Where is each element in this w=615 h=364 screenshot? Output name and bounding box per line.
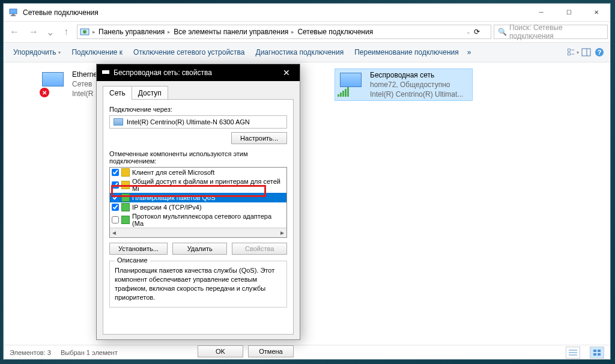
component-item[interactable]: IP версии 4 (TCP/IPv4) bbox=[110, 202, 286, 212]
svg-rect-9 bbox=[582, 49, 590, 56]
tab-network[interactable]: Сеть bbox=[103, 86, 132, 100]
component-label: Клиент для сетей Microsoft bbox=[132, 169, 214, 176]
details-view-button[interactable] bbox=[566, 347, 580, 359]
component-icon bbox=[121, 193, 130, 202]
component-icon bbox=[121, 168, 130, 177]
component-item[interactable]: IP версии 6 (TCP/IPv6) bbox=[110, 237, 286, 238]
wifi-icon bbox=[336, 70, 365, 99]
dialog-close-button[interactable]: ✕ bbox=[278, 65, 295, 80]
breadcrumb-item[interactable]: Все элементы панели управления bbox=[174, 28, 288, 36]
configure-button[interactable]: Настроить... bbox=[231, 132, 287, 144]
breadcrumb-item[interactable]: Панель управления bbox=[98, 28, 165, 36]
components-label: Отмеченные компоненты используются этим … bbox=[109, 150, 287, 165]
rename-button[interactable]: Переименование подключения bbox=[350, 46, 464, 59]
component-item[interactable]: Общий доступ к файлам и принтерам для се… bbox=[110, 177, 286, 193]
description-group: Описание Планировщик пакетов качества сл… bbox=[109, 261, 287, 308]
titlebar: Сетевые подключения ─ ☐ ✕ bbox=[4, 4, 610, 22]
wifi-properties-dialog: Беспроводная сеть: свойства ✕ Сеть Досту… bbox=[96, 64, 300, 340]
connection-ethernet[interactable]: ✕ Etherne Сетев Intel(R bbox=[37, 68, 97, 100]
ok-button[interactable]: OK bbox=[198, 345, 243, 357]
network-connections-window: Сетевые подключения ─ ☐ ✕ ← → ⌄ ↑ ▸ Пане… bbox=[3, 3, 611, 360]
search-input[interactable]: 🔍 Поиск: Сетевые подключения bbox=[494, 25, 608, 39]
item-count: Элементов: 3 bbox=[10, 349, 51, 356]
connections-list: ✕ Etherne Сетев Intel(R Беспроводная сет… bbox=[4, 62, 610, 346]
svg-text:?: ? bbox=[598, 49, 602, 56]
dialog-title: Беспроводная сеть: свойства bbox=[114, 68, 278, 77]
component-checkbox[interactable] bbox=[112, 216, 119, 223]
minimize-button[interactable]: ─ bbox=[527, 4, 555, 22]
properties-button[interactable]: Свойства bbox=[232, 243, 287, 255]
component-checkbox[interactable] bbox=[112, 181, 119, 189]
component-item[interactable]: Клиент для сетей Microsoft bbox=[110, 168, 286, 177]
component-icon bbox=[121, 181, 130, 189]
help-button[interactable]: ? bbox=[593, 46, 605, 58]
component-label: IP версии 4 (TCP/IPv4) bbox=[132, 204, 202, 211]
command-toolbar: Упорядочить ▾ Подключение к Отключение с… bbox=[4, 42, 610, 62]
description-text: Планировщик пакетов качества службы (QoS… bbox=[115, 266, 282, 302]
svg-point-4 bbox=[83, 30, 86, 34]
preview-pane-button[interactable] bbox=[580, 46, 592, 58]
refresh-button[interactable]: ⟳ bbox=[474, 28, 488, 36]
component-checkbox[interactable] bbox=[112, 169, 119, 176]
breadcrumb-dropdown-icon[interactable]: ⌄ bbox=[466, 29, 471, 35]
window-title: Сетевые подключения bbox=[23, 8, 527, 17]
disconnected-badge-icon: ✕ bbox=[40, 88, 49, 97]
component-label: Протокол мультиплексора сетевого адаптер… bbox=[132, 213, 285, 227]
ethernet-icon: ✕ bbox=[38, 70, 67, 99]
component-checkbox[interactable] bbox=[112, 204, 119, 211]
component-item[interactable]: Планировщик пакетов QoS bbox=[110, 193, 286, 202]
svg-rect-20 bbox=[102, 70, 109, 74]
svg-rect-18 bbox=[593, 353, 596, 356]
connection-wifi[interactable]: Беспроводная сеть home72, Общедоступно I… bbox=[335, 68, 473, 101]
forward-button[interactable]: → bbox=[25, 23, 42, 40]
breadcrumb-item[interactable]: Сетевые подключения bbox=[297, 28, 373, 36]
component-icon bbox=[121, 216, 130, 224]
back-button[interactable]: ← bbox=[6, 23, 23, 40]
svg-rect-17 bbox=[598, 350, 601, 352]
breadcrumb[interactable]: ▸ Панель управления ▸ Все элементы панел… bbox=[77, 25, 491, 39]
cancel-button[interactable]: Отмена bbox=[248, 345, 294, 357]
history-dropdown[interactable]: ⌄ bbox=[44, 23, 55, 40]
adapter-icon bbox=[101, 68, 110, 78]
component-item[interactable]: Протокол мультиплексора сетевого адаптер… bbox=[110, 212, 286, 228]
organize-menu[interactable]: Упорядочить ▾ bbox=[8, 46, 65, 59]
view-options-button[interactable]: ▾ bbox=[567, 46, 579, 58]
control-panel-icon bbox=[80, 27, 89, 37]
uninstall-button[interactable]: Удалить bbox=[172, 243, 228, 255]
svg-rect-6 bbox=[568, 53, 571, 55]
components-list[interactable]: Клиент для сетей MicrosoftОбщий доступ к… bbox=[109, 167, 287, 238]
maximize-button[interactable]: ☐ bbox=[555, 4, 583, 22]
up-button[interactable]: ↑ bbox=[58, 23, 74, 40]
signal-bars-icon bbox=[338, 87, 349, 97]
diagnose-button[interactable]: Диагностика подключения bbox=[251, 46, 349, 59]
network-icon bbox=[8, 8, 18, 17]
svg-rect-19 bbox=[598, 353, 601, 356]
connect-via-label: Подключение через: bbox=[109, 106, 287, 113]
component-checkbox[interactable] bbox=[112, 194, 119, 201]
close-button[interactable]: ✕ bbox=[583, 4, 610, 22]
horizontal-scrollbar[interactable]: ◄► bbox=[110, 228, 286, 237]
disable-device-button[interactable]: Отключение сетевого устройства bbox=[129, 46, 249, 59]
status-bar: Элементов: 3 Выбран 1 элемент bbox=[4, 345, 610, 359]
svg-rect-1 bbox=[12, 14, 14, 15]
search-icon: 🔍 bbox=[498, 28, 507, 36]
svg-rect-0 bbox=[10, 9, 17, 14]
svg-rect-2 bbox=[11, 15, 16, 16]
adapter-card-icon bbox=[114, 118, 123, 126]
navigation-bar: ← → ⌄ ↑ ▸ Панель управления ▸ Все элемен… bbox=[4, 22, 610, 42]
component-label: Планировщик пакетов QoS bbox=[132, 194, 216, 201]
component-icon bbox=[121, 203, 130, 211]
tab-access[interactable]: Доступ bbox=[132, 86, 168, 100]
svg-rect-16 bbox=[593, 350, 596, 352]
dialog-titlebar[interactable]: Беспроводная сеть: свойства ✕ bbox=[97, 64, 300, 81]
connect-to-button[interactable]: Подключение к bbox=[67, 46, 127, 59]
svg-rect-5 bbox=[568, 49, 571, 52]
install-button[interactable]: Установить... bbox=[109, 243, 168, 255]
component-label: Общий доступ к файлам и принтерам для се… bbox=[132, 178, 285, 192]
icons-view-button[interactable] bbox=[590, 347, 604, 359]
device-field: Intel(R) Centrino(R) Ultimate-N 6300 AGN bbox=[109, 115, 287, 129]
